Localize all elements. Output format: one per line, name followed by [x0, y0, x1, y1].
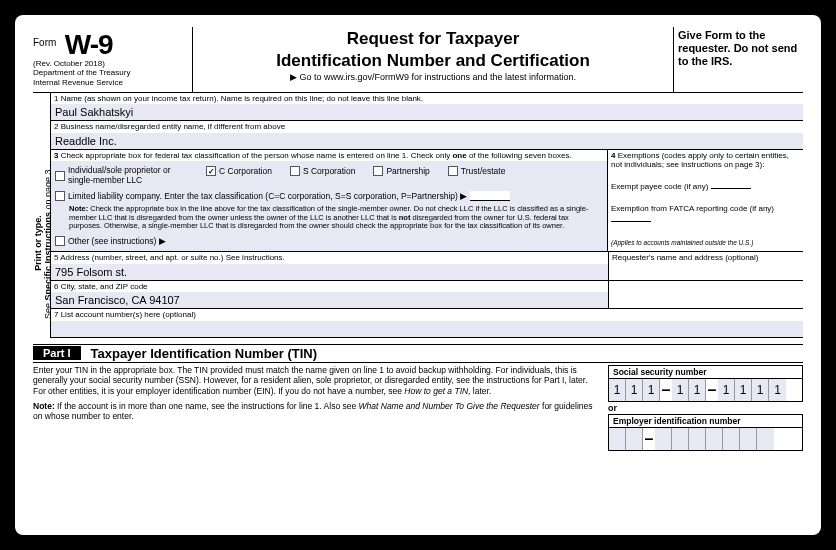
checkbox-llc[interactable]: Limited liability company. Enter the tax…	[55, 191, 510, 201]
line-6-label: 6 City, state, and ZIP code	[51, 281, 608, 293]
line-7: 7 List account number(s) here (optional)	[51, 309, 803, 338]
line-1-label: 1 Name (as shown on your income tax retu…	[51, 93, 803, 105]
requester-box: Requester's name and address (optional)	[608, 252, 803, 280]
tin-boxes: Social security number 1 1 1 – 1 1 – 1 1…	[608, 365, 803, 451]
line-5: 5 Address (number, street, and apt. or s…	[51, 252, 608, 280]
tin-instructions-1: Enter your TIN in the appropriate box. T…	[33, 365, 600, 397]
line-4: 4 Exemptions (codes apply only to certai…	[608, 150, 803, 251]
part-1-title: Taxpayer Identification Number (TIN)	[91, 346, 318, 361]
requester-box-cont	[608, 281, 803, 309]
form-title-2: Identification Number and Certification	[201, 51, 665, 71]
main-column: 1 Name (as shown on your income tax retu…	[51, 93, 803, 338]
address-field[interactable]: 795 Folsom st.	[51, 264, 608, 280]
line-3-4: 3 Check appropriate box for federal tax …	[51, 150, 803, 252]
header-center: Request for Taxpayer Identification Numb…	[193, 27, 673, 92]
dept-treasury: Department of the Treasury	[33, 69, 186, 78]
applies-note: (Applies to accounts maintained outside …	[611, 239, 800, 247]
checkbox-partnership[interactable]: Partnership	[373, 166, 429, 176]
part-1-header: Part I Taxpayer Identification Number (T…	[33, 345, 803, 362]
ssn-field[interactable]: 1 1 1 – 1 1 – 1 1 1 1	[608, 378, 803, 402]
checkbox-other[interactable]: Other (see instructions) ▶	[55, 236, 166, 246]
irs: Internal Revenue Service	[33, 79, 186, 88]
line-6: 6 City, state, and ZIP code San Francisc…	[51, 281, 608, 309]
form-header: Form W-9 (Rev. October 2018) Department …	[33, 27, 803, 93]
print-or-type-instructions: Print or type.See Specific Instructions …	[33, 113, 53, 373]
account-numbers-field[interactable]	[51, 321, 803, 337]
line-5-label: 5 Address (number, street, and apt. or s…	[51, 252, 608, 264]
form-number: W-9	[65, 29, 113, 61]
city-state-zip-field[interactable]: San Francisco, CA 94107	[51, 292, 608, 308]
give-form-notice: Give Form to the requester. Do not send …	[673, 27, 803, 92]
form-body: Print or type.See Specific Instructions …	[33, 93, 803, 338]
line-2-label: 2 Business name/disregarded entity name,…	[51, 121, 803, 133]
llc-note: Note: Check the appropriate box in the l…	[55, 204, 603, 233]
part-1-text: Enter your TIN in the appropriate box. T…	[33, 365, 608, 451]
ein-field[interactable]: –	[608, 427, 803, 451]
line-7-label: 7 List account number(s) here (optional)	[51, 309, 803, 321]
classification-checkboxes: Individual/sole proprietor or single-mem…	[51, 161, 607, 251]
exempt-payee: Exempt payee code (if any)	[611, 180, 800, 192]
or-label: or	[608, 402, 803, 414]
tin-instructions-2: Note: If the account is in more than one…	[33, 401, 600, 422]
exempt-payee-field[interactable]	[711, 180, 751, 189]
form-title-1: Request for Taxpayer	[201, 29, 665, 49]
line-6-row: 6 City, state, and ZIP code San Francisc…	[51, 281, 803, 310]
rotate-column: Print or type.See Specific Instructions …	[33, 93, 51, 338]
checkbox-trust[interactable]: Trust/estate	[448, 166, 506, 176]
goto-link: ▶ Go to www.irs.gov/FormW9 for instructi…	[201, 72, 665, 82]
checkbox-individual[interactable]: Individual/sole proprietor or single-mem…	[55, 166, 188, 185]
ssn-label: Social security number	[608, 365, 803, 378]
checkbox-s-corp[interactable]: S Corporation	[290, 166, 355, 176]
line-3: 3 Check appropriate box for federal tax …	[51, 150, 608, 251]
ein-label: Employer identification number	[608, 414, 803, 427]
llc-classification-field[interactable]	[470, 191, 510, 201]
line-1: 1 Name (as shown on your income tax retu…	[51, 93, 803, 122]
form-label: Form	[33, 37, 56, 48]
checkbox-c-corp[interactable]: ✓C Corporation	[206, 166, 272, 176]
name-field[interactable]: Paul Sakhatskyi	[51, 104, 803, 120]
part-1-body: Enter your TIN in the appropriate box. T…	[33, 363, 803, 451]
fatca-exemption: Exemption from FATCA reporting code (if …	[611, 204, 800, 225]
line-2: 2 Business name/disregarded entity name,…	[51, 121, 803, 150]
business-name-field[interactable]: Readdle Inc.	[51, 133, 803, 149]
part-1: Part I Taxpayer Identification Number (T…	[33, 344, 803, 363]
header-left: Form W-9 (Rev. October 2018) Department …	[33, 27, 193, 92]
fatca-field[interactable]	[611, 213, 651, 222]
w9-form: Form W-9 (Rev. October 2018) Department …	[15, 15, 821, 535]
line-4-label: 4 Exemptions (codes apply only to certai…	[611, 151, 800, 170]
line-5-row: 5 Address (number, street, and apt. or s…	[51, 252, 803, 281]
line-3-label: 3 Check appropriate box for federal tax …	[51, 150, 607, 162]
